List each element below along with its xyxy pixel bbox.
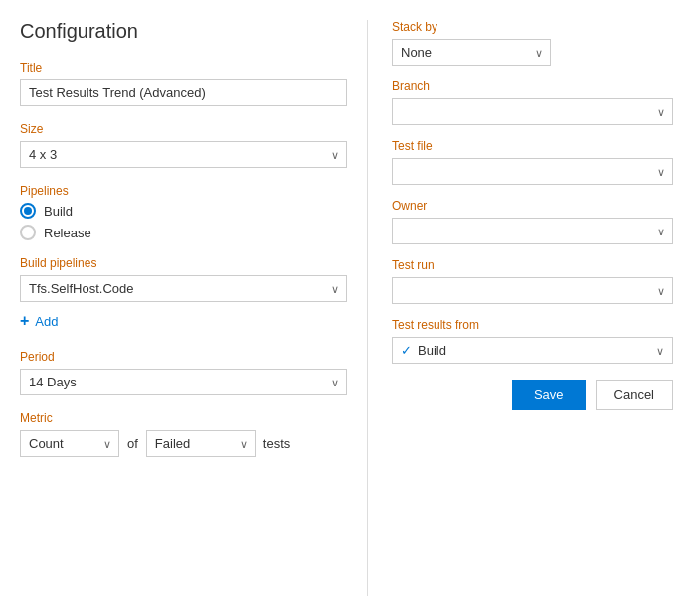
radio-build-label: Build [44,204,73,219]
branch-field-group: Branch ∨ [392,79,673,125]
build-pipeline-select-wrapper: Tfs.SelfHost.Code ∨ [20,275,347,302]
test-results-from-field-group: Test results from ✓ Build ∨ [392,318,673,364]
size-select[interactable]: 1 x 1 2 x 2 4 x 3 6 x 4 [20,141,347,168]
period-select[interactable]: 7 Days 14 Days 30 Days 60 Days [20,369,347,395]
test-run-label: Test run [392,258,673,272]
period-select-wrapper: 7 Days 14 Days 30 Days 60 Days ∨ [20,369,347,395]
title-field-group: Title [20,61,347,106]
pipelines-field-group: Pipelines Build Release [20,184,347,240]
owner-select-wrapper: ∨ [392,218,673,244]
radio-release-label: Release [44,226,91,240]
metric-field-group: Metric Count Pass rate ∨ of Failed Passe… [20,411,347,457]
metric-tests-label: tests [263,436,290,451]
save-button[interactable]: Save [512,380,586,410]
stack-by-label: Stack by [392,20,673,34]
build-pipeline-select[interactable]: Tfs.SelfHost.Code [20,275,347,302]
build-pipelines-field-group: Build pipelines Tfs.SelfHost.Code ∨ + Ad… [20,256,347,334]
test-run-select[interactable] [392,277,673,304]
cancel-button[interactable]: Cancel [596,380,673,410]
radio-build-circle [20,203,36,219]
title-input[interactable] [20,79,347,106]
branch-label: Branch [392,79,673,93]
radio-group: Build Release [20,203,347,240]
owner-select[interactable] [392,218,673,244]
owner-label: Owner [392,199,673,213]
test-results-from-select[interactable]: ✓ Build ∨ [392,337,673,364]
left-panel: Configuration Title Size 1 x 1 2 x 2 4 x… [0,20,368,596]
size-field-group: Size 1 x 1 2 x 2 4 x 3 6 x 4 ∨ [20,122,347,168]
right-panel: Stack by None Build Test file Owner ∨ Br… [368,20,697,596]
add-button[interactable]: + Add [20,308,58,334]
plus-icon: + [20,312,29,330]
test-results-from-label: Test results from [392,318,673,332]
metric-failed-select-wrapper: Failed Passed Total ∨ [146,430,256,457]
build-pipelines-label: Build pipelines [20,256,347,270]
test-run-field-group: Test run ∨ [392,258,673,304]
metric-of-label: of [127,436,138,451]
metric-failed-select[interactable]: Failed Passed Total [146,430,256,457]
radio-release-circle [20,225,36,240]
stack-by-field-group: Stack by None Build Test file Owner ∨ [392,20,673,66]
size-label: Size [20,122,347,136]
owner-field-group: Owner ∨ [392,199,673,244]
metric-label: Metric [20,411,347,425]
period-label: Period [20,350,347,364]
size-select-wrapper: 1 x 1 2 x 2 4 x 3 6 x 4 ∨ [20,141,347,168]
page-title: Configuration [20,20,347,43]
stack-by-select[interactable]: None Build Test file Owner [392,39,551,66]
period-field-group: Period 7 Days 14 Days 30 Days 60 Days ∨ [20,350,347,395]
radio-release[interactable]: Release [20,225,347,240]
check-mark-icon: ✓ [401,343,412,358]
add-label: Add [35,314,58,329]
action-buttons: Save Cancel [392,380,673,410]
test-file-select-wrapper: ∨ [392,158,673,185]
metric-row: Count Pass rate ∨ of Failed Passed Total… [20,430,347,457]
metric-count-select-wrapper: Count Pass rate ∨ [20,430,119,457]
branch-select[interactable] [392,98,673,125]
test-results-from-value: Build [418,343,446,358]
test-run-select-wrapper: ∨ [392,277,673,304]
test-file-label: Test file [392,139,673,153]
test-results-from-chevron-icon: ∨ [656,344,664,357]
metric-count-select[interactable]: Count Pass rate [20,430,119,457]
test-file-select[interactable] [392,158,673,185]
title-label: Title [20,61,347,75]
stack-by-select-wrapper: None Build Test file Owner ∨ [392,39,551,66]
pipelines-label: Pipelines [20,184,347,198]
branch-select-wrapper: ∨ [392,98,673,125]
radio-build[interactable]: Build [20,203,347,219]
test-file-field-group: Test file ∨ [392,139,673,185]
